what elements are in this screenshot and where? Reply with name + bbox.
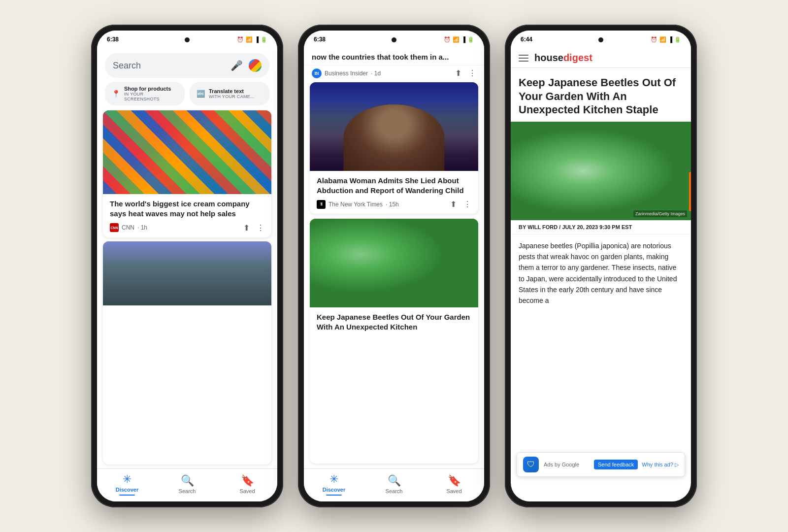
phone-3: 6:44 ⏰ 📶 ▐ 🔋 housedigest Keep [505, 25, 697, 507]
why-ad-link[interactable]: Why this ad? ▷ [642, 462, 679, 468]
time-1: 6:38 [107, 36, 119, 43]
discover-label-1: Discover [116, 487, 138, 493]
p2-card-text-1: Alabama Woman Admits She Lied About Abdu… [310, 171, 478, 214]
more-icon-top[interactable]: ⋮ [468, 68, 476, 78]
p2-headline-1: Alabama Woman Admits She Lied About Abdu… [317, 176, 471, 196]
author-name: WILL FORD [527, 224, 558, 230]
phone2-content: now the countries that took them in a...… [304, 48, 484, 501]
shortcut-translate-text: Translate text WITH YOUR CAME... [209, 88, 254, 99]
ad-label: Ads by Google [544, 462, 589, 467]
p2-article-card-2[interactable]: Keep Japanese Beetles Out Of Your Garden… [310, 219, 478, 464]
p2-source-row-1: 𝕿 The New York Times · 15h ⬆ ⋮ [317, 200, 471, 209]
search-placeholder: Search [113, 61, 141, 71]
p2-article-card-1[interactable]: Alabama Woman Admits She Lied About Abdu… [310, 82, 478, 214]
article-image-2 [103, 241, 271, 305]
p2-source-name-1: The New York Times [328, 201, 383, 208]
nav-search-1[interactable]: 🔍 Search [157, 474, 217, 494]
shortcut-shop-text: Shop for products IN YOUR SCREENSHOTS [124, 86, 178, 101]
saved-label-2: Saved [446, 488, 461, 494]
search-icons: 🎤 [230, 59, 262, 72]
share-icon-top[interactable]: ⬆ [455, 68, 461, 78]
shop-icon: 📍 [112, 90, 120, 98]
top-source-row: BI Business Insider · 1d ⬆ ⋮ [304, 66, 484, 82]
search-icon-2: 🔍 [388, 474, 401, 487]
wifi-icon: 📶 [246, 36, 253, 43]
translate-icon: 🔤 [197, 90, 205, 98]
p2-more-icon-1[interactable]: ⋮ [463, 200, 471, 209]
hamburger-line-1 [519, 55, 528, 56]
battery-icon-2: 🔋 [467, 36, 474, 43]
nav-search-2[interactable]: 🔍 Search [364, 474, 424, 494]
send-feedback-button[interactable]: Send feedback [594, 460, 638, 469]
discover-label-2: Discover [323, 487, 345, 493]
card-actions-1: ⬆ ⋮ [243, 223, 264, 233]
saved-icon-2: 🔖 [448, 474, 461, 487]
bi-logo: BI [312, 68, 322, 78]
p2-card-text-2: Keep Japanese Beetles Out Of Your Garden… [310, 307, 478, 341]
nav-discover-2[interactable]: ✳ Discover [304, 473, 364, 496]
mic-icon[interactable]: 🎤 [230, 60, 243, 71]
orange-accent-bar [689, 172, 691, 211]
status-icons-3: ⏰ 📶 ▐ 🔋 [651, 36, 681, 43]
site-name-part2: digest [563, 52, 592, 63]
shortcut-shop-sub: IN YOUR SCREENSHOTS [124, 92, 178, 101]
status-icons-2: ⏰ 📶 ▐ 🔋 [444, 36, 474, 43]
hero-overlay-3 [511, 122, 691, 220]
bottom-nav-2: ✳ Discover 🔍 Search 🔖 Saved [304, 468, 484, 501]
shortcut-shop[interactable]: 📍 Shop for products IN YOUR SCREENSHOTS [105, 82, 185, 105]
saved-label-1: Saved [239, 488, 255, 494]
source-row-1: CNN CNN · 1h ⬆ ⋮ [110, 223, 264, 233]
signal-icon-3: ▐ [668, 36, 672, 42]
shortcut-translate[interactable]: 🔤 Translate text WITH YOUR CAME... [190, 82, 269, 105]
article-card-1[interactable]: The world's biggest ice cream company sa… [103, 110, 271, 237]
ice-cream-visual [103, 110, 271, 194]
top-source-name: Business Insider [325, 70, 368, 77]
phone3-content: housedigest Keep Japanese Beetles Out Of… [511, 48, 691, 501]
phone-2: 6:38 ⏰ 📶 ▐ 🔋 now the countries that took… [298, 25, 490, 507]
hamburger-menu[interactable] [519, 55, 528, 62]
source-name-1: CNN [122, 224, 134, 231]
ad-actions: Send feedback Why this ad? ▷ [594, 460, 679, 469]
time-3: 6:44 [521, 36, 532, 43]
leaf-visual-2 [310, 219, 478, 307]
p2-share-icon-1[interactable]: ⬆ [450, 200, 457, 209]
byline-label: BY [519, 224, 526, 230]
shield-ad-icon: 🛡 [523, 457, 539, 472]
hamburger-line-3 [519, 61, 528, 62]
article-headline-1: The world's biggest ice cream company sa… [110, 199, 264, 219]
article-card-text-1: The world's biggest ice cream company sa… [103, 194, 271, 237]
shortcut-translate-sub: WITH YOUR CAME... [209, 94, 254, 99]
more-icon-1[interactable]: ⋮ [257, 223, 264, 233]
nav-saved-2[interactable]: 🔖 Saved [424, 474, 484, 494]
shortcut-shop-main: Shop for products [124, 86, 178, 92]
p2-card-actions-1: ⬆ ⋮ [450, 200, 471, 209]
battery-icon-3: 🔋 [674, 36, 681, 43]
photo-credit-3: Zarinmedia/Getty Images [633, 210, 687, 217]
alarm-icon: ⏰ [237, 36, 244, 43]
nav-indicator-1 [119, 495, 135, 496]
article-image-1 [103, 110, 271, 194]
p2-source-info-1: 𝕿 The New York Times · 15h [317, 200, 399, 209]
share-icon-1[interactable]: ⬆ [243, 223, 250, 233]
bottom-nav-1: ✳ Discover 🔍 Search 🔖 Saved [97, 468, 277, 501]
top-card-actions: ⬆ ⋮ [455, 68, 476, 78]
phone-1: 6:38 ⏰ 📶 ▐ 🔋 Search 🎤 📍 [91, 25, 283, 507]
article-title-3: Keep Japanese Beetles Out Of Your Garden… [511, 68, 691, 122]
shortcuts-row: 📍 Shop for products IN YOUR SCREENSHOTS … [105, 82, 269, 105]
woman-portrait-visual [310, 82, 478, 171]
article-body: Japanese beetles (Popillia japonica) are… [511, 234, 691, 312]
discover-icon-2: ✳ [329, 473, 338, 486]
search-label-2: Search [386, 488, 403, 494]
hamburger-line-2 [519, 58, 528, 59]
source-info-1: CNN CNN · 1h [110, 223, 147, 232]
search-bar[interactable]: Search 🎤 [105, 53, 269, 78]
lens-icon[interactable] [249, 59, 262, 72]
cnn-logo: CNN [110, 223, 119, 232]
article-date: JULY 20, 2023 9:30 PM EST [562, 224, 632, 230]
search-icon-1: 🔍 [181, 474, 194, 487]
nav-discover-1[interactable]: ✳ Discover [97, 473, 157, 496]
article-card-2[interactable] [103, 241, 271, 465]
nav-saved-1[interactable]: 🔖 Saved [217, 474, 277, 494]
camera-dot-2 [392, 37, 396, 42]
camera-dot-3 [598, 37, 603, 42]
